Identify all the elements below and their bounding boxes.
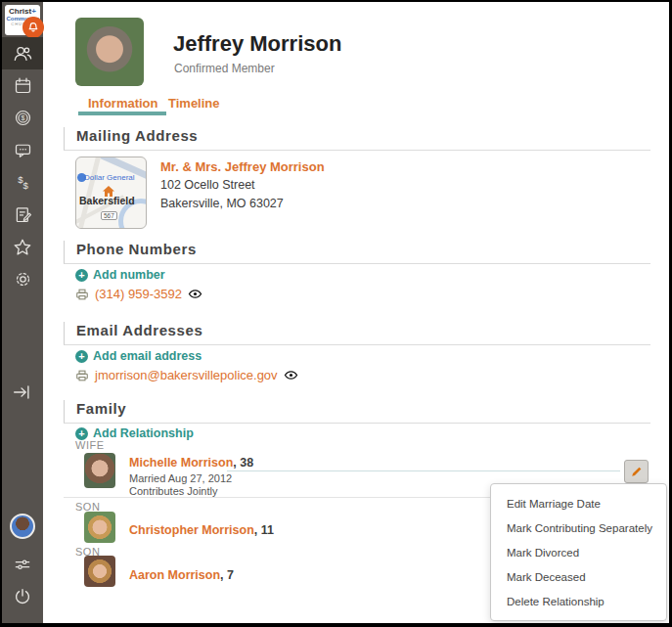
sidebar-item-giving[interactable]: $ [2,102,43,134]
family-member-details: Michelle Morrison, 38 Married Aug 27, 20… [129,453,253,498]
coin-icon: $ [13,108,33,128]
menu-item-mark-contributing-separately[interactable]: Mark Contributing Separately [491,515,666,540]
sidebar-footer [2,514,43,615]
person-profile-page: Christ+ Community CHURCH [0,0,672,627]
address-street: 102 Ocello Street [160,176,325,195]
menu-item-delete-relationship[interactable]: Delete Relationship [491,589,666,613]
row-connector-line [227,470,620,471]
section-title-phone-numbers: Phone Numbers [64,241,650,264]
power-icon [12,586,33,607]
edit-relationship-button[interactable] [624,460,649,483]
phone-number-link[interactable]: (314) 959-3592 [95,287,182,301]
map-route-badge: 567 [101,211,117,220]
marriage-date: Married Aug 27, 2012 [129,472,253,485]
plus-icon: + [75,427,88,440]
sidebar-item-people[interactable] [2,37,43,69]
star-icon [12,237,33,258]
pencil-icon [630,465,644,478]
add-relationship-label: Add Relationship [93,426,194,440]
sliders-icon [12,556,33,575]
sidebar-item-finance[interactable]: $ $ [2,166,43,199]
svg-text:$: $ [22,180,28,191]
people-icon [12,43,33,65]
current-user-avatar[interactable] [10,514,35,539]
family-member-age: , 7 [220,568,234,582]
add-email-link[interactable]: + Add email address [75,349,202,363]
add-number-link[interactable]: + Add number [75,268,165,282]
section-title-mailing-address: Mailing Address [64,127,650,151]
section-title-family: Family [64,400,650,424]
email-address-link[interactable]: jmorrison@bakersvillepolice.gov [95,368,278,382]
sidebar-item-settings[interactable] [2,263,43,295]
relationship-context-menu: Edit Marriage Date Mark Contributing Sep… [490,483,667,621]
sidebar-item-favorites[interactable] [2,231,43,263]
family-member-age: , 11 [254,523,274,537]
gear-icon [13,269,33,290]
sidebar-nav: $ $ $ [2,37,43,295]
bell-icon [26,21,40,34]
expand-arrow-icon [11,381,32,403]
chat-icon [13,140,33,160]
add-number-label: Add number [93,268,165,282]
family-member-photo[interactable] [84,512,115,543]
plus-icon: + [75,350,88,363]
menu-item-edit-marriage-date[interactable]: Edit Marriage Date [491,491,666,515]
email-row: jmorrison@bakersvillepolice.gov [75,368,298,382]
map-poi-label: Dollar General [84,173,135,182]
svg-text:$: $ [21,114,24,121]
phone-visibility-eye-icon[interactable] [188,288,202,300]
tab-timeline[interactable]: Timeline [168,96,220,111]
family-member-age: , 38 [233,456,253,470]
logo-line1: Christ [9,7,31,16]
email-device-icon [75,369,89,382]
addressee-link[interactable]: Mr. & Mrs. Jeffrey Morrison [160,157,325,176]
notification-bell-badge[interactable] [22,17,44,38]
phone-row: (314) 959-3592 [75,287,202,301]
section-title-email-addresses: Email Addresses [64,322,650,345]
menu-item-mark-deceased[interactable]: Mark Deceased [491,564,666,589]
menu-item-mark-divorced[interactable]: Mark Divorced [491,540,666,564]
sidebar-logout-button[interactable] [2,584,43,609]
calendar-icon [13,75,33,96]
family-member-details: Christopher Morrison, 11 [129,520,274,538]
cross-icon: + [31,7,36,16]
family-member-name-link[interactable]: Christopher Morrison [129,523,254,537]
sidebar-item-notes[interactable] [2,199,43,231]
plus-icon: + [75,269,88,282]
family-member-name-link[interactable]: Aaron Morrison [129,568,220,582]
active-tab-indicator [78,112,166,115]
family-member-photo[interactable] [84,556,115,587]
phone-device-icon [75,288,89,301]
map-city-label: Bakersfield [79,195,135,206]
add-email-label: Add email address [93,349,202,363]
mailing-address-block: Mr. & Mrs. Jeffrey Morrison 102 Ocello S… [160,157,325,213]
member-status: Confirmed Member [174,62,275,75]
tab-information[interactable]: Information [88,96,158,111]
money-icon: $ $ [13,172,33,193]
add-relationship-link[interactable]: + Add Relationship [75,426,194,440]
sidebar-item-messages[interactable] [2,134,43,166]
sidebar: Christ+ Community CHURCH [2,2,43,623]
email-visibility-eye-icon[interactable] [284,369,298,381]
address-map-thumbnail[interactable]: Dollar General Bakersfield 567 [75,157,147,229]
page-title: Jeffrey Morrison [173,31,341,57]
family-member-name-link[interactable]: Michelle Morrison [129,456,233,470]
profile-photo [75,18,144,86]
address-city-state-zip: Bakersville, MO 63027 [160,195,325,213]
relationship-label: WIFE [75,439,105,451]
sidebar-expand-button[interactable] [11,381,36,405]
family-member-details: Aaron Morrison, 7 [129,565,234,583]
family-member-photo[interactable] [84,453,115,488]
sidebar-preferences-button[interactable] [2,553,43,578]
sidebar-item-calendar[interactable] [2,69,43,102]
clipboard-edit-icon [13,204,33,225]
